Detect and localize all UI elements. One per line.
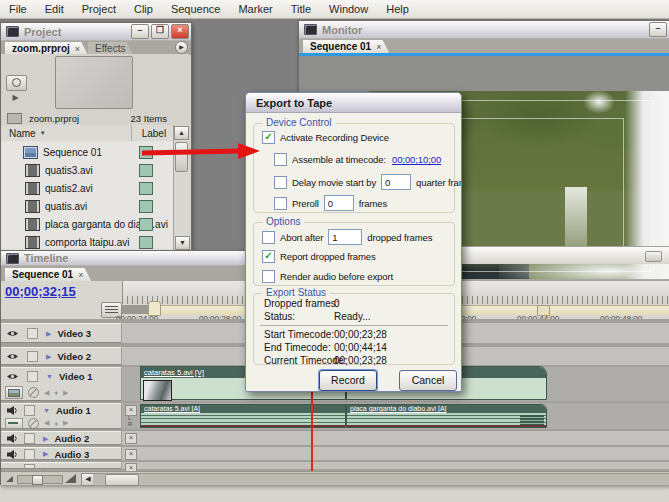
menu-title[interactable]: Title: [282, 2, 320, 16]
label-chip[interactable]: [139, 200, 153, 213]
expand-triangle-icon[interactable]: ▶: [46, 353, 51, 361]
record-button[interactable]: Record: [319, 370, 377, 391]
close-button[interactable]: ×: [171, 24, 189, 39]
collapse-chevron-icon[interactable]: ▼: [43, 407, 50, 414]
eye-icon[interactable]: [6, 329, 19, 338]
play-icon[interactable]: ▶: [6, 93, 25, 106]
zoom-in-icon[interactable]: [65, 474, 76, 483]
assemble-timecode-checkbox[interactable]: [274, 153, 287, 166]
list-item[interactable]: quatis2.avi: [1, 179, 173, 197]
sync-lock-toggle[interactable]: [27, 371, 38, 382]
sync-lock-toggle[interactable]: [24, 464, 35, 469]
sync-lock-toggle[interactable]: [27, 328, 38, 339]
delay-frames-field[interactable]: 0: [381, 174, 411, 190]
mute-toggle-icon[interactable]: [28, 387, 39, 398]
expand-triangle-icon[interactable]: ▶: [46, 330, 51, 338]
tab-close-icon[interactable]: ×: [376, 42, 381, 52]
eye-icon[interactable]: [6, 352, 19, 361]
hscrollbar-thumb[interactable]: [105, 474, 139, 486]
label-chip[interactable]: [139, 164, 153, 177]
set-display-style-icon[interactable]: [5, 386, 23, 399]
menu-window[interactable]: Window: [320, 2, 377, 16]
current-timecode[interactable]: 00;00;32;15: [5, 284, 76, 299]
tab-close-icon[interactable]: ×: [78, 270, 83, 280]
sync-lock-toggle[interactable]: [27, 351, 38, 362]
maximize-button[interactable]: ❐: [151, 24, 169, 39]
label-chip[interactable]: [139, 182, 153, 195]
project-title-bar[interactable]: Project – ❐ ×: [1, 23, 191, 41]
menu-sequence[interactable]: Sequence: [162, 2, 230, 16]
expand-triangle-icon[interactable]: ▶: [43, 435, 48, 443]
cancel-button[interactable]: Cancel: [399, 370, 457, 391]
expand-triangle-icon[interactable]: ▶: [43, 466, 48, 470]
menu-project[interactable]: Project: [73, 2, 125, 16]
mute-toggle-icon[interactable]: [28, 418, 39, 429]
label-chip[interactable]: [139, 236, 153, 249]
timeline-clip-audio-2[interactable]: placa garganta do diabo.avi [A]: [346, 404, 547, 428]
monitor-title-bar[interactable]: Monitor –: [299, 21, 669, 39]
keyframe-next-icon[interactable]: ▶: [63, 389, 68, 397]
track-output-toggle-icon[interactable]: ×: [125, 433, 137, 444]
poster-frame-icon[interactable]: [6, 75, 27, 91]
timeline-hscrollbar[interactable]: [93, 473, 669, 485]
speaker-icon[interactable]: [7, 450, 18, 459]
timeline-clip-audio-1[interactable]: cataratas 5.avi [A]: [140, 404, 346, 428]
keyframe-prev-icon[interactable]: ◀: [44, 419, 49, 427]
collapse-chevron-icon[interactable]: ▼: [46, 373, 53, 380]
keyframe-next-icon[interactable]: ▶: [63, 419, 68, 427]
keyframe-prev-icon[interactable]: ◀: [44, 389, 49, 397]
preroll-checkbox[interactable]: [274, 197, 287, 210]
menu-help[interactable]: Help: [377, 2, 418, 16]
work-area-start-handle[interactable]: [148, 301, 161, 316]
track-header-audio2: ▶ Audio 2: [1, 431, 121, 445]
scrollbar-up-icon[interactable]: ▲: [174, 126, 189, 140]
menu-file[interactable]: File: [0, 2, 36, 16]
dialog-title-bar[interactable]: Export to Tape: [246, 93, 461, 113]
list-item[interactable]: placa garganta do diabo.avi: [1, 215, 173, 233]
report-dropped-checkbox[interactable]: ✓: [262, 250, 275, 263]
scrollbar-down-icon[interactable]: ▼: [175, 236, 190, 250]
eye-icon[interactable]: [6, 372, 19, 381]
zoom-slider[interactable]: [17, 475, 63, 484]
keyframe-marker-icon[interactable]: ♦: [54, 420, 58, 427]
minimize-button[interactable]: –: [131, 24, 149, 39]
zoom-slider-handle[interactable]: [32, 475, 43, 485]
speaker-icon[interactable]: [7, 434, 18, 443]
list-item[interactable]: quatis.avi: [1, 197, 173, 215]
label-chip[interactable]: [139, 218, 153, 231]
menu-marker[interactable]: Marker: [229, 2, 281, 16]
list-item[interactable]: quatis3.avi: [1, 161, 173, 179]
preroll-frames-field[interactable]: 0: [324, 195, 354, 211]
assemble-timecode-value[interactable]: 00;00;10;00: [392, 154, 441, 165]
expand-triangle-icon[interactable]: ▶: [43, 450, 48, 458]
sync-lock-toggle[interactable]: [24, 405, 35, 416]
list-item[interactable]: comporta Itaipu.avi: [1, 233, 173, 251]
column-name[interactable]: Name: [9, 128, 36, 139]
menu-clip[interactable]: Clip: [125, 2, 162, 16]
abort-frames-field[interactable]: 1: [328, 229, 362, 245]
zoom-out-icon[interactable]: [6, 476, 13, 482]
monitor-tab-sequence-01[interactable]: Sequence 01 ×: [303, 40, 389, 53]
audio-display-style-icon[interactable]: [5, 418, 23, 429]
column-label[interactable]: Label: [142, 128, 166, 139]
menu-edit[interactable]: Edit: [36, 2, 73, 16]
minimize-button[interactable]: –: [649, 22, 667, 37]
audio3-lane[interactable]: [122, 447, 669, 460]
master-lane[interactable]: [122, 462, 669, 469]
sync-lock-toggle[interactable]: [24, 449, 35, 460]
delay-movie-checkbox[interactable]: [274, 176, 287, 189]
abort-after-checkbox[interactable]: [262, 231, 275, 244]
keyframe-marker-icon[interactable]: ♦: [54, 389, 58, 396]
monitor-options-button[interactable]: [645, 251, 662, 262]
track-output-toggle-icon[interactable]: ×: [125, 449, 137, 460]
work-area-end-handle[interactable]: [537, 305, 550, 316]
timeline-tab-sequence-01[interactable]: Sequence 01 ×: [5, 268, 91, 281]
render-audio-checkbox[interactable]: [262, 270, 275, 283]
audio2-lane[interactable]: [122, 431, 669, 445]
tab-close-icon[interactable]: ×: [75, 44, 80, 54]
sync-lock-toggle[interactable]: [24, 433, 35, 444]
speaker-icon[interactable]: [7, 406, 18, 415]
panel-menu-icon[interactable]: ▶: [175, 41, 188, 54]
movie-icon: [25, 236, 40, 249]
bin-icon[interactable]: [7, 113, 22, 124]
